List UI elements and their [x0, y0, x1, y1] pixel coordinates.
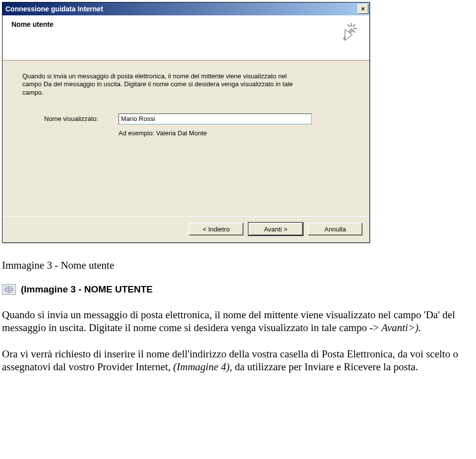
figure-para2: Ora vi verrà richiesto di inserire il no…: [2, 347, 474, 374]
dialog-header: Nome utente: [2, 15, 369, 60]
display-name-row: Nome visualizzato:: [44, 114, 350, 124]
figure-subhead-row: (Immagine 3 - NOME UTENTE: [2, 284, 474, 295]
globe-doc-icon: [2, 284, 16, 295]
close-button[interactable]: ×: [357, 4, 368, 14]
back-button[interactable]: < Indietro: [189, 223, 243, 235]
display-name-input[interactable]: [119, 114, 312, 124]
close-icon: ×: [361, 5, 365, 12]
titlebar: Connessione guidata Internet ×: [2, 2, 369, 15]
svg-line-2: [353, 24, 355, 27]
dialog-body: Quando si invia un messaggio di posta el…: [2, 60, 369, 216]
titlebar-text: Connessione guidata Internet: [5, 5, 357, 13]
figure-para1: Quando si invia un messaggio di posta el…: [2, 308, 474, 335]
dialog-footer: < Indietro Avanti > Annulla: [2, 216, 369, 242]
svg-line-3: [348, 24, 350, 27]
cancel-button[interactable]: Annulla: [308, 223, 362, 235]
figure-caption: Immagine 3 - Nome utente: [2, 259, 474, 272]
display-name-example: Ad esempio: Valeria Dal Monte: [119, 129, 350, 137]
figure-para2-italic: (Immagine 4): [173, 361, 230, 373]
dialog-description: Quando si invia un messaggio di posta el…: [22, 72, 300, 97]
figure-para1-tail: Avanti>).: [381, 322, 421, 334]
display-name-label: Nome visualizzato:: [44, 115, 119, 122]
wizard-dialog: Connessione guidata Internet × Nome uten…: [2, 2, 370, 243]
figure-para2-b: , da utilizzare per Inviare e Ricevere l…: [230, 361, 418, 373]
wand-cursor-icon: [339, 20, 360, 42]
figure-subhead: (Immagine 3 - NOME UTENTE: [21, 284, 153, 295]
dialog-header-title: Nome utente: [11, 20, 54, 28]
next-button[interactable]: Avanti >: [248, 223, 303, 235]
